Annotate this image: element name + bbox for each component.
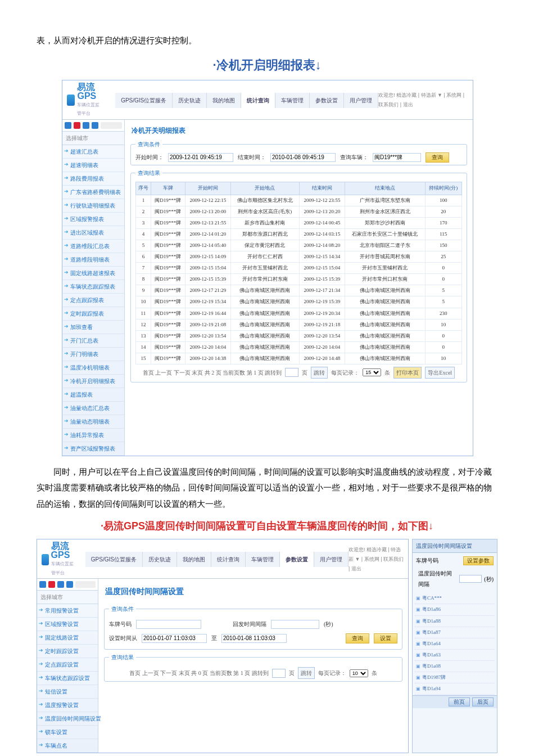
nav-tab[interactable]: GPS/GIS位置服务 bbox=[85, 552, 143, 567]
nav-tab[interactable]: 车辆管理 bbox=[275, 93, 310, 108]
vehicle-list-item[interactable]: 粤D1987牌 bbox=[415, 672, 495, 683]
nav-tab[interactable]: 我的地图 bbox=[177, 552, 211, 567]
vehicle-list-item[interactable]: 粤D1a64 bbox=[415, 638, 495, 650]
vehicle-list-item[interactable]: 粤D1a08 bbox=[415, 661, 495, 672]
app-logo: 易流GPS 车辆位置监管平台 bbox=[67, 83, 104, 118]
pager-input[interactable] bbox=[285, 368, 298, 377]
timeto-input[interactable] bbox=[221, 634, 287, 643]
sidebar-item[interactable]: 温度回传时间间隔设置 bbox=[37, 712, 98, 726]
vehno-label: 车牌号码 bbox=[109, 619, 132, 629]
sidebar-item[interactable]: 定点跟踪报表 bbox=[62, 294, 124, 307]
nav-tab[interactable]: 用户管理 bbox=[314, 552, 349, 567]
pager-recs-tail-2: 条 bbox=[372, 668, 377, 678]
sidebar-item[interactable]: 定点跟踪设置 bbox=[37, 658, 98, 672]
pager-jump-2[interactable]: 跳转 bbox=[298, 667, 315, 679]
sidebar-item[interactable]: 行驶轨迹明细报表 bbox=[62, 199, 124, 213]
nav-tab[interactable]: 历史轨迹 bbox=[143, 552, 177, 567]
table-row: 8闽D19***牌2009-12-15 15:39开封市常州口村东南2009-1… bbox=[136, 274, 462, 285]
truck-label: 查询车辆： bbox=[340, 152, 368, 163]
sidebar-item[interactable]: 区域报警报表 bbox=[62, 213, 124, 226]
pager-2[interactable]: 首页 上一页 下一页 末页 共 0 页 当前页数 第 1 页 跳转到 页 跳转 … bbox=[109, 667, 397, 679]
set-button[interactable]: 设置 bbox=[374, 633, 397, 644]
sidebar-item[interactable]: 路段费用报表 bbox=[62, 172, 124, 186]
sidebar-item[interactable]: 短信设置 bbox=[37, 685, 98, 699]
toolbar-color-icons bbox=[37, 579, 98, 591]
nav-tab[interactable]: 统计查询 bbox=[211, 552, 246, 567]
sidebar-item[interactable]: 车辆状态跟踪报表 bbox=[62, 280, 124, 294]
sidebar-item[interactable]: 超速明细表 bbox=[62, 159, 124, 172]
sidebar-item[interactable]: 超温报表 bbox=[62, 388, 124, 402]
interval-input[interactable] bbox=[271, 620, 319, 629]
sidebar-item[interactable]: 油耗异常报表 bbox=[62, 429, 124, 442]
nav-tab[interactable]: 参数设置 bbox=[280, 552, 314, 567]
sidebar-item[interactable]: 车辆状态跟踪设置 bbox=[37, 672, 98, 685]
vehicle-list-item[interactable]: 粤D1a94 bbox=[415, 695, 495, 695]
sidebar-item[interactable]: 定时跟踪设置 bbox=[37, 645, 98, 658]
sidebar-item[interactable]: 超速汇总表 bbox=[62, 145, 124, 159]
vehno-input[interactable] bbox=[136, 620, 201, 629]
pager-input-2[interactable] bbox=[272, 669, 286, 678]
vehicle-list-item[interactable]: 粤D1a88 bbox=[415, 616, 495, 627]
right-interval-label: 温度回传时间间隔 bbox=[418, 568, 457, 590]
sidebar-item[interactable]: 区域报警设置 bbox=[37, 618, 98, 631]
sidebar-item[interactable]: 加班查看 bbox=[62, 321, 124, 334]
nav-tab[interactable]: 我的地图 bbox=[207, 93, 241, 108]
sidebar-item[interactable]: 温度冷机明细表 bbox=[62, 361, 124, 375]
sidebar-item[interactable]: 广东省路桥费明细表 bbox=[62, 186, 124, 199]
pager[interactable]: 首页 上一页 下一页 末页 共 2 页 当前页数 第 1 页 跳转到 页 跳转 … bbox=[135, 367, 462, 379]
nav-tab[interactable]: 用户管理 bbox=[344, 93, 378, 108]
table-row: 10闽D19***牌2009-12-19 15:34佛山市南城区湖州西南2009… bbox=[136, 296, 462, 308]
sidebar-item[interactable]: 定时跟踪报表 bbox=[62, 307, 124, 321]
pager-go-label-2: 页 bbox=[289, 668, 295, 678]
pager-recs-select[interactable]: 15 bbox=[363, 368, 381, 376]
nav-tab[interactable]: 统计查询 bbox=[241, 93, 275, 108]
top-links-2[interactable]: 欢迎您! 精选冷藏 | 特选新 ▼ | 系统网 | 联系我们 | 退出 bbox=[349, 545, 404, 574]
vehicle-list-item[interactable]: 粤D1a86 bbox=[415, 604, 495, 615]
nav-tab[interactable]: 历史轨迹 bbox=[173, 93, 207, 108]
vehicle-list-item[interactable]: 粤CA*** bbox=[415, 593, 495, 604]
top-links[interactable]: 欢迎您! 精选冷藏 | 特选新 ▼ | 系统网 | 联系我们 | 退出 bbox=[378, 91, 468, 110]
paragraph-top: 表，从而对冷机开启的情况进行实时控制。 bbox=[37, 33, 497, 49]
sidebar-item[interactable]: 温度报警设置 bbox=[37, 699, 98, 712]
right-interval-input[interactable] bbox=[459, 575, 482, 583]
pager-recs-select-2[interactable]: 10 bbox=[350, 669, 368, 677]
sidebar-item[interactable]: 资产区域报警报表 bbox=[62, 442, 124, 456]
vehicle-list-item[interactable]: 粤D1a87 bbox=[415, 627, 495, 638]
sidebar-item[interactable]: 冷机开启明细报表 bbox=[62, 375, 124, 388]
sidebar-item[interactable]: 油量动态明细表 bbox=[62, 415, 124, 429]
timefrom-input[interactable] bbox=[142, 634, 207, 643]
screenshot-coldreport: ·冷机开启明细报表↓ 易流GPS 车辆位置监管平台 GPS/GIS位置服务历史轨… bbox=[62, 53, 472, 456]
truck-input[interactable] bbox=[373, 153, 421, 162]
sidebar-item[interactable]: 道路维段明细表 bbox=[62, 253, 124, 267]
nav-tab[interactable]: 参数设置 bbox=[310, 93, 344, 108]
toolbar-color-icons bbox=[62, 120, 124, 132]
sidebar-item[interactable]: 油量动态汇总表 bbox=[62, 402, 124, 415]
sidebar-item[interactable]: 开门汇总表 bbox=[62, 334, 124, 348]
right-prev-button[interactable]: 前页 bbox=[449, 698, 470, 706]
right-set-button[interactable]: 设置参数 bbox=[463, 556, 494, 565]
sidebar-item[interactable]: 车辆点名 bbox=[37, 739, 98, 753]
sidebar-item[interactable]: 常用报警设置 bbox=[37, 604, 98, 618]
right-next-button[interactable]: 后页 bbox=[472, 698, 494, 706]
end-input[interactable] bbox=[270, 153, 336, 162]
query-button[interactable]: 查询 bbox=[426, 152, 449, 163]
logo-text: 易流GPS bbox=[51, 542, 74, 560]
nav-tab[interactable]: GPS/GIS位置服务 bbox=[115, 93, 173, 108]
nav-tab[interactable]: 车辆管理 bbox=[246, 552, 280, 567]
vehicle-list-item[interactable]: 粤D1a94 bbox=[415, 683, 495, 695]
sidebar-item[interactable]: 道路维段汇总表 bbox=[62, 240, 124, 253]
query-results-2: 查询结果 首页 上一页 下一页 末页 共 0 页 当前页数 第 1 页 跳转到 … bbox=[104, 652, 402, 682]
sidebar-item[interactable]: 开门明细表 bbox=[62, 348, 124, 361]
table-row: 13闽D19***牌2009-12-20 13:54佛山市南城区湖州西南2009… bbox=[136, 330, 462, 341]
pager-jump[interactable]: 跳转 bbox=[311, 367, 328, 379]
vehicle-list-item[interactable]: 粤D1a63 bbox=[415, 650, 495, 661]
begin-input[interactable] bbox=[168, 153, 233, 162]
pager-text-2: 首页 上一页 下一页 末页 共 0 页 当前页数 第 1 页 跳转到 bbox=[129, 668, 269, 678]
export-excel-button[interactable]: 导出Excel bbox=[425, 367, 455, 379]
sidebar-item[interactable]: 进出区域报表 bbox=[62, 226, 124, 240]
sidebar-item[interactable]: 锁车设置 bbox=[37, 726, 98, 739]
sidebar-item[interactable]: 固定线路设置 bbox=[37, 631, 98, 645]
query-button-2[interactable]: 查询 bbox=[346, 633, 369, 644]
sidebar-item[interactable]: 固定线路超速报表 bbox=[62, 267, 124, 280]
print-button[interactable]: 打印本页 bbox=[393, 367, 422, 379]
